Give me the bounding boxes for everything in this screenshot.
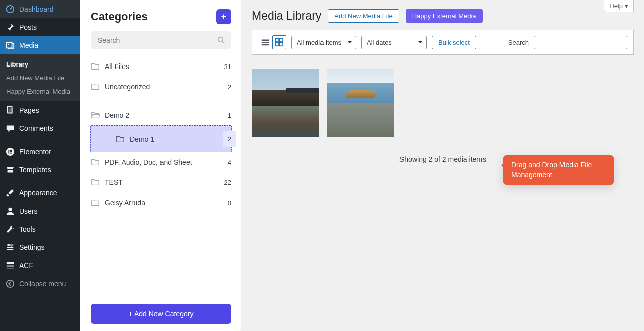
svg-point-18 [218, 37, 223, 42]
folder-icon [91, 198, 100, 207]
search-label: Search [508, 39, 529, 46]
callout-tooltip: Drag and Drop Media File Management [503, 155, 614, 185]
category-folder-drop-target[interactable]: Demo 1 2 [90, 125, 232, 152]
add-new-category-button[interactable]: + Add New Category [91, 304, 231, 324]
page-title: Media Library [252, 9, 321, 23]
media-search-input[interactable] [534, 36, 627, 49]
nav-label: Posts [19, 23, 37, 31]
nav-templates[interactable]: Templates [0, 161, 80, 179]
collapse-icon [5, 279, 15, 289]
category-label: Demo 1 [130, 135, 218, 143]
nav-acf[interactable]: ACF [0, 256, 80, 275]
user-icon [5, 206, 15, 216]
folder-icon [91, 62, 100, 71]
svg-point-11 [8, 244, 10, 246]
subnav-library[interactable]: Library [0, 57, 80, 71]
folder-icon [116, 135, 125, 144]
category-label: Uncategorized [105, 83, 223, 91]
svg-point-2 [8, 44, 9, 45]
nav-label: Elementor [19, 148, 51, 156]
comments-icon [5, 123, 15, 134]
nav-posts[interactable]: Posts [0, 18, 80, 36]
category-label: PDF, Audio, Doc, and Sheet [105, 158, 223, 166]
folder-open-icon [91, 111, 100, 120]
templates-icon [5, 165, 15, 175]
nav-pages[interactable]: Pages [0, 101, 80, 119]
nav-label: Comments [19, 124, 53, 133]
svg-rect-1 [7, 43, 12, 48]
category-all-files[interactable]: All Files 31 [91, 56, 231, 77]
brush-icon [5, 188, 15, 198]
category-folder[interactable]: PDF, Audio, Doc, and Sheet 4 [91, 152, 231, 172]
nav-label: Users [19, 207, 38, 215]
category-label: Geisy Arruda [105, 198, 223, 207]
add-new-media-button[interactable]: Add New Media File [328, 9, 399, 23]
nav-settings[interactable]: Settings [0, 238, 80, 256]
nav-label: Templates [19, 166, 51, 174]
svg-rect-4 [8, 108, 13, 114]
nav-collapse[interactable]: Collapse menu [0, 275, 80, 293]
wrench-icon [5, 224, 15, 234]
grid-icon [275, 38, 284, 47]
nav-label: Media [19, 41, 38, 49]
nav-elementor[interactable]: Elementor [0, 143, 80, 161]
subnav-happy-external[interactable]: Happy External Media [0, 85, 80, 98]
pin-icon [5, 22, 15, 32]
category-count: 31 [224, 63, 231, 71]
media-thumbnail[interactable] [252, 69, 319, 137]
category-count: 4 [228, 159, 231, 166]
help-button[interactable]: Help ▾ [604, 0, 634, 12]
bulk-select-button[interactable]: Bulk select [432, 36, 476, 49]
folder-icon [91, 158, 100, 167]
nav-comments[interactable]: Comments [0, 119, 80, 138]
categories-title: Categories [91, 10, 148, 23]
category-search-input[interactable] [91, 31, 231, 49]
svg-rect-9 [10, 153, 12, 154]
categories-panel: Categories + All Files 31 Uncategorized … [80, 0, 242, 331]
list-view-button[interactable] [258, 35, 272, 49]
category-count: 0 [228, 199, 231, 207]
category-folder[interactable]: Demo 2 1 [91, 105, 231, 125]
svg-point-10 [8, 208, 12, 211]
svg-rect-16 [7, 268, 14, 269]
list-icon [261, 38, 270, 47]
svg-point-17 [7, 280, 14, 287]
svg-rect-14 [7, 262, 14, 264]
nav-dashboard[interactable]: Dashboard [0, 0, 80, 18]
category-count: 2 [223, 131, 236, 147]
acf-icon [5, 260, 15, 271]
svg-rect-19 [276, 39, 279, 42]
folder-icon [91, 82, 100, 91]
nav-media[interactable]: Media [0, 36, 80, 54]
subnav-add-new[interactable]: Add New Media File [0, 71, 80, 85]
svg-rect-7 [10, 150, 12, 151]
svg-rect-15 [7, 265, 14, 267]
happy-external-media-button[interactable]: Happy External Media [406, 9, 483, 23]
category-folder[interactable]: TEST 22 [91, 172, 231, 192]
nav-label: Pages [19, 106, 39, 114]
media-grid [252, 62, 634, 144]
pages-icon [5, 105, 15, 115]
category-count: 1 [228, 112, 231, 119]
svg-rect-20 [280, 39, 283, 42]
nav-appearance[interactable]: Appearance [0, 184, 80, 202]
category-label: Demo 2 [105, 111, 223, 119]
category-folder[interactable]: Geisy Arruda 0 [91, 192, 231, 213]
media-thumbnail[interactable] [327, 69, 394, 137]
help-label: Help [609, 2, 623, 10]
date-filter[interactable]: All dates [361, 36, 427, 49]
admin-sidebar: Dashboard Posts Media Library Add New Me… [0, 0, 80, 331]
divider [91, 101, 231, 101]
category-uncategorized[interactable]: Uncategorized 2 [91, 77, 231, 97]
add-category-icon-button[interactable]: + [216, 9, 231, 24]
nav-users[interactable]: Users [0, 202, 80, 220]
media-type-filter[interactable]: All media items [291, 36, 356, 49]
nav-tools[interactable]: Tools [0, 220, 80, 238]
search-icon [217, 36, 225, 44]
category-label: TEST [105, 178, 219, 186]
nav-label: Collapse menu [19, 280, 66, 288]
dashboard-icon [5, 4, 15, 14]
grid-view-button[interactable] [272, 35, 286, 49]
category-count: 2 [228, 83, 231, 91]
nav-label: Appearance [19, 189, 57, 197]
